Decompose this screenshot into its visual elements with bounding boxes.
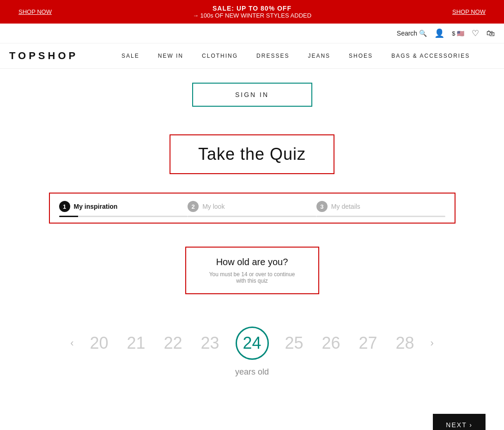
shop-now-right[interactable]: SHOP NOW <box>452 8 486 15</box>
step-3-number: 3 <box>316 201 328 212</box>
age-selector-section: ‹ 20 21 22 23 24 25 26 27 28 › years old <box>0 299 504 386</box>
top-banner: SHOP NOW SALE: UP TO 80% OFF → 100s OF N… <box>0 0 504 24</box>
step-1[interactable]: 1 My inspiration <box>59 201 188 217</box>
nav-bags[interactable]: BAGS & ACCESSORIES <box>391 53 470 59</box>
signin-section: SIGN IN <box>0 69 504 116</box>
question-subtitle: You must be 14 or over to continue with … <box>205 271 300 284</box>
quiz-title-box: Take the Quiz <box>170 134 334 174</box>
banner-text: SALE: UP TO 80% OFF → 100s OF NEW WINTER… <box>0 5 504 19</box>
banner-line1: SALE: UP TO 80% OFF <box>0 5 504 12</box>
quiz-title: Take the Quiz <box>198 145 306 164</box>
question-section: How old are you? You must be 14 or over … <box>0 233 504 299</box>
age-28[interactable]: 28 <box>394 333 417 353</box>
account-icon[interactable]: 👤 <box>434 28 444 38</box>
step-3-progress <box>316 216 445 217</box>
currency-flag[interactable]: $ 🇺🇸 <box>452 30 464 37</box>
search-label: Search <box>397 30 417 37</box>
nav-shoes[interactable]: SHOES <box>349 53 373 59</box>
utility-bar: Search 🔍 👤 $ 🇺🇸 ♡ 🛍 <box>0 24 504 43</box>
main-nav: TOPSHOP SALE NEW IN CLOTHING DRESSES JEA… <box>0 43 504 69</box>
logo: TOPSHOP <box>9 50 78 62</box>
next-button[interactable]: NEXT › <box>433 414 486 430</box>
age-25[interactable]: 25 <box>283 333 306 353</box>
step-2[interactable]: 2 My look <box>188 201 316 217</box>
step-2-progress <box>188 216 316 217</box>
age-27[interactable]: 27 <box>357 333 380 353</box>
step-1-header: 1 My inspiration <box>59 201 188 212</box>
shop-now-left[interactable]: SHOP NOW <box>18 8 52 15</box>
nav-new-in[interactable]: NEW IN <box>158 53 183 59</box>
step-1-number: 1 <box>59 201 70 212</box>
search-icon[interactable]: 🔍 <box>419 30 427 37</box>
step-2-header: 2 My look <box>188 201 316 212</box>
step-2-label: My look <box>202 203 225 210</box>
age-23[interactable]: 23 <box>199 333 222 353</box>
nav-clothing[interactable]: CLOTHING <box>202 53 238 59</box>
step-1-progress <box>59 216 188 217</box>
age-left-arrow[interactable]: ‹ <box>70 337 73 349</box>
age-20[interactable]: 20 <box>88 333 111 353</box>
age-22[interactable]: 22 <box>162 333 185 353</box>
age-24-selected[interactable]: 24 <box>236 327 269 360</box>
nav-items: SALE NEW IN CLOTHING DRESSES JEANS SHOES… <box>97 53 495 59</box>
step-3-header: 3 My details <box>316 201 445 212</box>
nav-dresses[interactable]: DRESSES <box>256 53 289 59</box>
age-26[interactable]: 26 <box>320 333 343 353</box>
age-row: ‹ 20 21 22 23 24 25 26 27 28 › <box>70 327 434 360</box>
wishlist-icon[interactable]: ♡ <box>472 28 479 38</box>
banner-line2: → 100s OF NEW WINTER STYLES ADDED <box>0 12 504 19</box>
steps-container: 1 My inspiration 2 My look 3 My details <box>49 193 455 224</box>
next-section: NEXT › <box>0 386 504 430</box>
step-3-label: My details <box>331 203 360 210</box>
question-title: How old are you? <box>205 257 300 267</box>
nav-sale[interactable]: SALE <box>121 53 140 59</box>
quiz-title-section: Take the Quiz <box>0 116 504 183</box>
steps-section: 1 My inspiration 2 My look 3 My details <box>0 183 504 233</box>
step-2-number: 2 <box>188 201 199 212</box>
years-old-label: years old <box>235 367 269 377</box>
signin-button[interactable]: SIGN IN <box>192 83 312 107</box>
age-21[interactable]: 21 <box>125 333 148 353</box>
search-area[interactable]: Search 🔍 <box>397 30 427 37</box>
nav-jeans[interactable]: JEANS <box>308 53 330 59</box>
age-right-arrow[interactable]: › <box>431 337 434 349</box>
step-1-label: My inspiration <box>74 203 118 210</box>
question-box: How old are you? You must be 14 or over … <box>185 247 319 294</box>
step-3[interactable]: 3 My details <box>316 201 445 217</box>
cart-icon[interactable]: 🛍 <box>486 29 495 38</box>
